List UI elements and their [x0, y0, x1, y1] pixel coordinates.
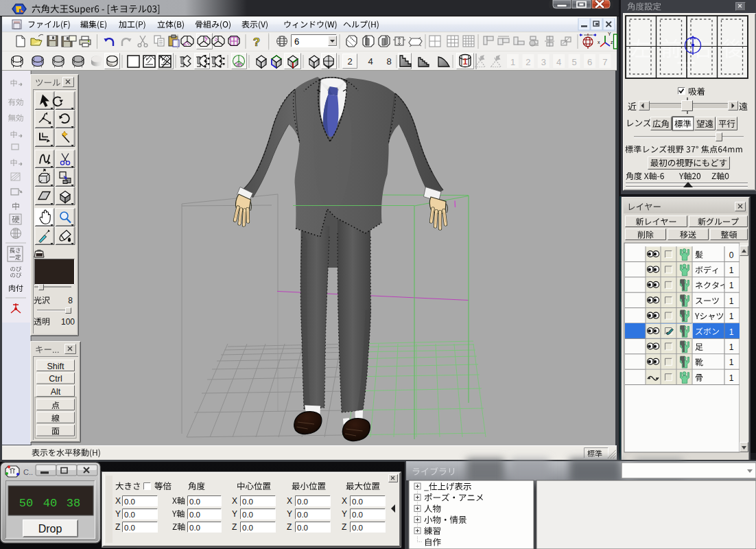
svg-text:0.0: 0.0 — [242, 498, 253, 506]
svg-text:Shift: Shift — [47, 362, 64, 371]
svg-text:Drop: Drop — [38, 523, 62, 535]
svg-text:Y: Y — [115, 509, 121, 519]
svg-text:4: 4 — [556, 57, 561, 67]
svg-text:0.0: 0.0 — [242, 511, 253, 519]
svg-text:x: x — [598, 40, 600, 45]
svg-text:4: 4 — [368, 56, 373, 67]
svg-text:1: 1 — [729, 342, 734, 352]
svg-text:1: 1 — [729, 358, 734, 367]
svg-text:0.0: 0.0 — [189, 524, 200, 532]
svg-text:2: 2 — [347, 56, 352, 67]
svg-text:Alt: Alt — [51, 387, 61, 397]
svg-text:1: 1 — [729, 312, 734, 321]
svg-text:2: 2 — [525, 57, 530, 67]
svg-text:7: 7 — [602, 57, 607, 67]
svg-text:X: X — [287, 496, 292, 506]
svg-text:1: 1 — [729, 373, 734, 383]
svg-text:z: z — [611, 40, 613, 45]
svg-text:Y: Y — [287, 509, 292, 519]
svg-text:X: X — [115, 496, 121, 506]
svg-text:3: 3 — [541, 57, 546, 67]
svg-text:40: 40 — [43, 497, 57, 510]
svg-text:C..: C.. — [23, 468, 33, 476]
svg-text:50: 50 — [19, 497, 33, 510]
svg-text:6: 6 — [294, 36, 299, 47]
svg-text:Z: Z — [232, 522, 237, 532]
svg-text:1: 1 — [510, 57, 515, 67]
svg-text:1: 1 — [729, 296, 734, 306]
svg-text:100: 100 — [61, 317, 75, 327]
svg-text:0.0: 0.0 — [352, 524, 363, 532]
svg-text:0.0: 0.0 — [189, 498, 200, 506]
svg-text:0.0: 0.0 — [297, 524, 308, 532]
svg-text:Z: Z — [287, 522, 292, 532]
svg-text:8: 8 — [386, 56, 391, 67]
svg-text:0.0: 0.0 — [124, 511, 135, 519]
svg-text:Z: Z — [342, 522, 346, 532]
svg-text:0.0: 0.0 — [242, 524, 253, 532]
svg-text:1: 1 — [463, 57, 468, 67]
svg-text:0.0: 0.0 — [297, 511, 308, 519]
svg-text:0.0: 0.0 — [297, 498, 308, 506]
svg-text:?: ? — [253, 36, 260, 49]
svg-text:0.0: 0.0 — [352, 498, 363, 506]
svg-text:Y: Y — [342, 509, 347, 519]
svg-text:0: 0 — [729, 250, 734, 260]
svg-text:0.0: 0.0 — [352, 511, 363, 519]
svg-text:0.0: 0.0 — [124, 498, 135, 506]
svg-text:Y: Y — [608, 32, 611, 36]
svg-text:6: 6 — [587, 57, 592, 67]
svg-text:X: X — [342, 496, 347, 506]
svg-text:Y: Y — [232, 509, 237, 519]
svg-text:0.0: 0.0 — [124, 524, 135, 532]
svg-text:Ctrl: Ctrl — [49, 374, 62, 384]
svg-text:0.0: 0.0 — [189, 511, 200, 519]
svg-text:1: 1 — [729, 327, 734, 337]
svg-text:38: 38 — [67, 497, 80, 510]
svg-text:X: X — [232, 496, 237, 506]
svg-text:1: 1 — [729, 281, 734, 290]
svg-text:1: 1 — [729, 266, 734, 275]
svg-text:8: 8 — [68, 296, 73, 305]
svg-text:5: 5 — [571, 57, 576, 67]
svg-text:Z: Z — [115, 522, 120, 532]
